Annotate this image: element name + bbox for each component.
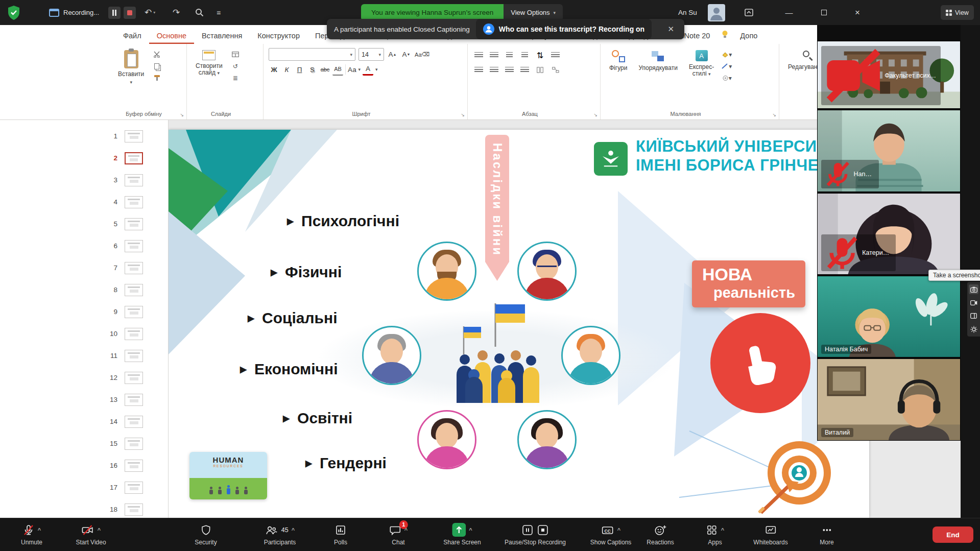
increase-indent-icon[interactable] bbox=[519, 50, 531, 61]
chevron-up-icon[interactable]: ^ bbox=[617, 527, 620, 533]
font-name-combo[interactable]: ▾ bbox=[269, 48, 355, 61]
reset-icon[interactable]: ↺ bbox=[230, 62, 241, 70]
clear-formatting-button[interactable]: Аа⌫ bbox=[415, 49, 429, 61]
record-video-icon[interactable] bbox=[969, 298, 978, 307]
participant-video[interactable]: Наталія Бабич bbox=[817, 276, 961, 357]
customize-toolbar-icon[interactable]: ≡ bbox=[217, 0, 221, 25]
slide-thumbnail-preview[interactable] bbox=[125, 306, 143, 318]
chevron-up-icon[interactable]: ^ bbox=[292, 527, 295, 533]
show-captions-button[interactable]: CC ^ Show Captions bbox=[590, 523, 632, 546]
ribbon-display-options-icon[interactable] bbox=[745, 0, 753, 25]
tab-design[interactable]: Конструктор bbox=[250, 28, 307, 44]
start-video-button[interactable]: ^ Start Video bbox=[76, 523, 106, 546]
chat-button[interactable]: 1 ^ Chat bbox=[389, 523, 408, 546]
slide-thumbnail-preview[interactable] bbox=[125, 482, 143, 494]
italic-button[interactable]: К bbox=[281, 63, 292, 76]
participants-button[interactable]: 45 ^ Participants bbox=[264, 523, 296, 546]
tab-addins[interactable]: Допо bbox=[732, 28, 765, 44]
slide-thumbnail-preview[interactable] bbox=[125, 328, 143, 340]
polls-button[interactable]: Polls bbox=[334, 523, 347, 546]
arrange-button[interactable]: Упорядкувати bbox=[635, 48, 681, 107]
close-button[interactable]: × bbox=[849, 0, 866, 25]
decrease-indent-icon[interactable] bbox=[504, 50, 515, 61]
font-size-combo[interactable]: 14▾ bbox=[358, 48, 384, 61]
slide-thumbnail-preview[interactable] bbox=[125, 218, 143, 230]
screenshot-icon[interactable] bbox=[969, 284, 978, 294]
participant-video[interactable]: Катерина Василець bbox=[817, 193, 961, 275]
line-spacing-icon[interactable]: ⇅ bbox=[534, 50, 546, 61]
slide-thumbnail[interactable]: 17 bbox=[0, 476, 168, 498]
slide-thumbnail-preview[interactable] bbox=[125, 262, 143, 274]
chevron-up-icon[interactable]: ^ bbox=[38, 527, 41, 533]
tab-insert[interactable]: Вставлення bbox=[194, 28, 250, 44]
slide-thumbnail[interactable]: 13 bbox=[0, 389, 168, 411]
participant-video[interactable]: Hanna Suprun bbox=[817, 110, 961, 192]
shape-effects-icon[interactable]: ▾ bbox=[722, 74, 732, 82]
new-slide-button[interactable]: Створитислайд ▾ bbox=[192, 48, 226, 107]
dialog-launcher-icon[interactable]: ↘ bbox=[593, 112, 597, 117]
gear-icon[interactable] bbox=[969, 324, 978, 334]
participant-video[interactable]: Факультет психології, соціальної ... bbox=[817, 41, 961, 109]
slide-thumbnail[interactable]: 9 bbox=[0, 301, 168, 323]
align-left-icon[interactable] bbox=[473, 64, 485, 76]
shape-fill-icon[interactable]: ▾ bbox=[722, 50, 732, 59]
change-case-button[interactable]: Аа ▾ bbox=[348, 63, 361, 76]
tab-file[interactable]: Файл bbox=[115, 28, 149, 44]
slide-thumbnail[interactable]: 16 bbox=[0, 454, 168, 476]
slide-thumbnail[interactable]: 14 bbox=[0, 411, 168, 433]
end-meeting-button[interactable]: End bbox=[933, 526, 973, 543]
slide-thumbnail-preview[interactable] bbox=[125, 504, 143, 516]
chevron-up-icon[interactable]: ^ bbox=[721, 527, 724, 533]
align-right-icon[interactable] bbox=[504, 64, 515, 76]
slide-thumbnail[interactable]: 15 bbox=[0, 433, 168, 454]
dialog-launcher-icon[interactable]: ↘ bbox=[772, 112, 776, 117]
slide-thumbnail[interactable]: 7 bbox=[0, 257, 168, 279]
dialog-launcher-icon[interactable]: ↘ bbox=[461, 112, 465, 117]
slide-thumbnail-preview[interactable] bbox=[125, 350, 143, 362]
slide-thumbnail[interactable]: 6 bbox=[0, 235, 168, 257]
columns-icon[interactable] bbox=[534, 64, 546, 76]
toast-close-icon[interactable]: ✕ bbox=[664, 22, 677, 36]
justify-icon[interactable] bbox=[519, 64, 531, 76]
slide-thumbnail-preview[interactable] bbox=[125, 284, 143, 296]
paste-button[interactable]: Вставити▾ bbox=[114, 48, 148, 107]
slide-thumbnail[interactable]: 10 bbox=[0, 323, 168, 345]
whiteboards-button[interactable]: Whiteboards bbox=[753, 523, 787, 546]
tab-home[interactable]: Основне bbox=[149, 28, 194, 44]
align-center-icon[interactable] bbox=[488, 64, 500, 76]
participant-video[interactable]: Виталий bbox=[817, 358, 961, 441]
more-button[interactable]: More bbox=[820, 523, 833, 546]
bullets-icon[interactable] bbox=[473, 50, 485, 61]
share-screen-button[interactable]: ^ Share Screen bbox=[443, 523, 481, 546]
panel-icon[interactable] bbox=[969, 311, 978, 321]
slide-thumbnail[interactable]: 18 bbox=[0, 498, 168, 518]
lightbulb-icon[interactable] bbox=[718, 26, 732, 44]
format-painter-icon[interactable] bbox=[152, 74, 162, 82]
copy-icon[interactable] bbox=[152, 62, 162, 70]
slide-thumbnail-preview[interactable] bbox=[125, 460, 143, 472]
section-icon[interactable]: ≣ bbox=[230, 74, 241, 82]
slide-thumbnail-preview[interactable] bbox=[125, 394, 143, 406]
grow-font-button[interactable]: А▲ bbox=[387, 49, 398, 61]
security-button[interactable]: Security bbox=[195, 523, 217, 546]
slide-thumbnail[interactable]: 11 bbox=[0, 345, 168, 367]
slide-thumbnail-preview[interactable] bbox=[125, 372, 143, 384]
pause-stop-recording-button[interactable]: Pause/Stop Recording bbox=[505, 523, 566, 546]
cut-icon[interactable] bbox=[152, 50, 162, 59]
smartart-icon[interactable] bbox=[549, 64, 561, 76]
slide-thumbnail-preview[interactable] bbox=[125, 416, 143, 428]
bold-button[interactable]: Ж bbox=[269, 63, 279, 76]
slide-thumbnail[interactable]: 2 bbox=[0, 147, 168, 169]
slide-thumbnail[interactable]: 3 bbox=[0, 169, 168, 191]
gallery-view-button[interactable]: View bbox=[941, 5, 974, 20]
character-spacing-button[interactable]: АВ bbox=[332, 63, 343, 76]
chevron-up-icon[interactable]: ^ bbox=[98, 527, 101, 533]
slide-thumbnail[interactable]: 1 bbox=[0, 125, 168, 147]
redo-button[interactable]: ↷ bbox=[173, 0, 180, 25]
stop-recording-button[interactable] bbox=[124, 0, 136, 25]
minimize-button[interactable]: — bbox=[780, 0, 798, 25]
text-shadow-button[interactable]: S bbox=[307, 63, 318, 76]
slide-thumbnail-preview[interactable] bbox=[125, 130, 143, 142]
apps-button[interactable]: ^ Apps bbox=[706, 523, 724, 546]
undo-button[interactable]: ↶▾ bbox=[145, 0, 155, 25]
